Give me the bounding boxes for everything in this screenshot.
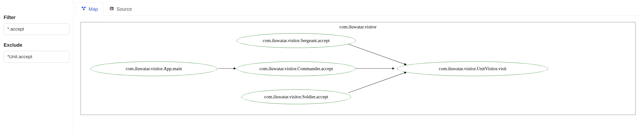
node-unitvisitor-label: com.iluwatar.visitor.UnitVisitor.visit bbox=[439, 66, 506, 72]
node-commander-label: com.iluwatar.visitor.Commander.accept bbox=[260, 66, 333, 72]
tabs: Map Source bbox=[76, 3, 639, 16]
tab-map-label: Map bbox=[88, 6, 98, 12]
sidebar: Filter Exclude bbox=[0, 0, 73, 134]
svg-rect-4 bbox=[110, 8, 112, 8]
node-sergeant-label: com.iluwatar.visitor.Sergeant.accept bbox=[262, 38, 330, 43]
tab-map[interactable]: Map bbox=[76, 3, 104, 16]
node-soldier-label: com.iluwatar.visitor.Soldier.accept bbox=[264, 94, 328, 100]
node-commander[interactable]: com.iluwatar.visitor.Commander.accept bbox=[236, 61, 356, 76]
diagram-container: com.iluwatar.visitor com.iluwatar.visito… bbox=[80, 22, 636, 115]
node-app-main[interactable]: com.iluwatar.visitor.App.main bbox=[90, 61, 217, 76]
exclude-label: Exclude bbox=[4, 42, 69, 48]
diagram-package-title: com.iluwatar.visitor bbox=[81, 24, 635, 30]
main-panel: Map Source com.iluwatar.visitor bbox=[73, 0, 644, 134]
svg-line-10 bbox=[348, 72, 406, 93]
svg-rect-5 bbox=[110, 9, 113, 9]
exclude-input[interactable] bbox=[4, 51, 69, 62]
node-unitvisitor[interactable]: com.iluwatar.visitor.UnitVisitor.visit bbox=[397, 61, 548, 76]
node-soldier[interactable]: com.iluwatar.visitor.Soldier.accept bbox=[242, 90, 351, 104]
filter-input[interactable] bbox=[4, 23, 69, 35]
svg-line-9 bbox=[348, 44, 406, 65]
node-sergeant[interactable]: com.iluwatar.visitor.Sergeant.accept bbox=[236, 33, 356, 48]
svg-rect-6 bbox=[110, 9, 112, 10]
graph-icon bbox=[81, 6, 86, 12]
node-app-main-label: com.iluwatar.visitor.App.main bbox=[126, 66, 182, 72]
tab-source-label: Source bbox=[116, 6, 132, 12]
tab-source[interactable]: Source bbox=[104, 3, 138, 16]
filter-label: Filter bbox=[4, 15, 69, 20]
source-icon bbox=[109, 6, 114, 12]
